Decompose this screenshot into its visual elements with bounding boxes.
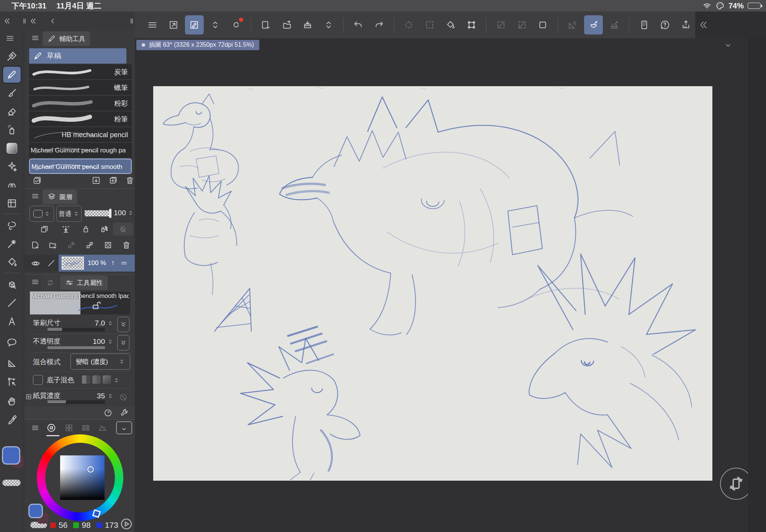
snap-grid-button[interactable] — [605, 15, 624, 34]
trash-icon[interactable] — [125, 175, 135, 185]
redo-button[interactable] — [370, 15, 388, 34]
tool-auto-select[interactable] — [3, 236, 21, 252]
tool-airbrush[interactable] — [3, 122, 21, 138]
reference-layer-icon[interactable] — [61, 224, 71, 234]
tool-ruler[interactable] — [3, 355, 21, 371]
undo-button[interactable] — [349, 15, 368, 34]
tool-liquify[interactable] — [3, 195, 21, 211]
tool-brush[interactable] — [3, 85, 21, 101]
tool-balloon[interactable] — [3, 335, 21, 351]
collapse-right-icon[interactable] — [698, 20, 708, 30]
tool-strip-menu-icon[interactable] — [5, 34, 15, 43]
chevron-updown-icon[interactable] — [113, 375, 119, 385]
transparent-color-swatch[interactable] — [2, 480, 21, 486]
rotate-canvas-button[interactable] — [720, 468, 752, 500]
document-tab[interactable]: 插圖 63* (3326 x 2350px 72dpi 51.5%) — [136, 40, 259, 50]
tool-property-menu-icon[interactable] — [31, 278, 39, 286]
merge-down-icon[interactable] — [85, 240, 95, 250]
brush-item-charcoal[interactable]: 炭筆 — [29, 64, 132, 80]
collapse-single-icon[interactable] — [49, 17, 57, 25]
expand-plus-icon[interactable] — [25, 393, 32, 400]
brush-item-chalk[interactable]: 粉筆 — [29, 111, 132, 127]
stroke-speed-icon[interactable] — [103, 408, 113, 418]
blend-mode-select[interactable]: 普通 — [56, 206, 82, 222]
stepper-icon[interactable] — [107, 337, 113, 347]
selection-border-button[interactable] — [534, 15, 552, 34]
color-history-icon[interactable] — [119, 517, 133, 531]
color-wheel-tab-icon[interactable] — [46, 423, 56, 433]
tool-gradient[interactable] — [3, 140, 21, 156]
keypad-button[interactable] — [635, 15, 653, 34]
color-set-tab-icon[interactable] — [64, 423, 74, 433]
panel-grip-icon[interactable] — [128, 17, 136, 25]
brush-item-hb-pencil[interactable]: HB mechanical pencil — [29, 127, 132, 142]
brush-size-dynamics-button[interactable] — [117, 317, 129, 332]
drawing-canvas[interactable] — [153, 86, 712, 481]
brush-item-crayon[interactable]: 蠟筆 — [29, 80, 132, 95]
intermediate-color-tab-icon[interactable] — [81, 423, 91, 433]
snap-special-ruler-button[interactable] — [584, 15, 603, 34]
tool-eyedropper[interactable] — [3, 412, 21, 428]
transform-button[interactable] — [462, 15, 481, 34]
color-menu-icon[interactable] — [31, 424, 39, 432]
tool-eraser[interactable] — [3, 103, 21, 119]
canvas-collapse-icon[interactable] — [723, 41, 733, 50]
layer-item-selected[interactable]: 100 % — [59, 255, 135, 272]
layer-handle-icon[interactable] — [120, 259, 128, 267]
save-button[interactable] — [298, 15, 317, 34]
tool-pen[interactable] — [3, 48, 21, 64]
stepper-icon[interactable] — [107, 318, 113, 328]
stepper-icon[interactable] — [107, 391, 113, 401]
chevron-updown-icon[interactable] — [128, 208, 134, 218]
lock-alpha-icon[interactable] — [99, 224, 109, 234]
layer-mask-icon[interactable] — [103, 240, 113, 250]
export-button[interactable] — [676, 15, 695, 34]
tool-correct-line[interactable] — [3, 374, 21, 390]
edit-mode-button[interactable] — [185, 15, 204, 34]
tool-figure[interactable] — [3, 295, 21, 311]
subtool-menu-icon[interactable] — [31, 34, 39, 42]
fullscreen-button[interactable] — [164, 15, 183, 34]
sync-tab[interactable] — [42, 275, 59, 290]
subtool-tab[interactable]: 輔助工具 — [43, 31, 90, 46]
primary-color-swatch[interactable] — [29, 505, 42, 517]
tool-pencil[interactable] — [3, 67, 21, 83]
layer-visibility-icon[interactable] — [30, 258, 41, 269]
layer-tab[interactable]: 圖層 — [43, 190, 77, 204]
opacity-slider[interactable] — [47, 346, 105, 350]
collapse-color-panel-button[interactable] — [116, 421, 132, 434]
layer-type-select[interactable] — [29, 206, 54, 222]
help-button[interactable] — [656, 15, 674, 34]
clipping-mask-icon[interactable] — [39, 224, 49, 234]
tool-lasso[interactable] — [3, 218, 21, 234]
fill-button[interactable] — [441, 15, 460, 34]
lock-layer-icon[interactable] — [81, 224, 91, 234]
delete-layer-icon[interactable] — [121, 240, 131, 250]
multi-select-icon[interactable] — [32, 175, 42, 185]
approximate-color-tab-icon[interactable] — [98, 423, 108, 433]
tool-decoration[interactable] — [3, 159, 21, 175]
collapse-panel-icon[interactable] — [29, 17, 37, 25]
paper-density-slider[interactable] — [47, 400, 105, 404]
collapse-all-icon[interactable] — [3, 17, 11, 25]
brush-item-mg-smooth[interactable]: Michael Guimont pencil smooth — [29, 159, 132, 174]
tool-hand[interactable] — [3, 393, 21, 409]
main-menu-button[interactable] — [143, 15, 162, 34]
brush-group-draft[interactable]: 草稿 — [29, 48, 126, 64]
new-layer-icon[interactable] — [30, 240, 40, 250]
sv-selector[interactable] — [87, 466, 94, 473]
layer-menu-icon[interactable] — [31, 192, 39, 200]
blend-mode-dropdown[interactable]: 變暗 (濃度) — [70, 354, 130, 370]
brush-size-slider[interactable] — [47, 328, 105, 331]
base-mix-checkbox[interactable] — [33, 375, 43, 385]
panel-grip-icon[interactable] — [21, 17, 28, 25]
new-document-button[interactable] — [257, 15, 275, 34]
tool-object[interactable] — [3, 277, 21, 293]
primary-color-swatch[interactable] — [3, 447, 19, 463]
brush-item-mg-rough[interactable]: Michael Guimont pencil rough pa — [29, 143, 132, 158]
new-folder-icon[interactable] — [48, 240, 58, 250]
toolbar-collapse-button[interactable] — [206, 15, 225, 34]
opacity-dynamics-button[interactable] — [117, 335, 129, 350]
clip-studio-button[interactable] — [227, 15, 246, 34]
open-file-button[interactable] — [277, 15, 296, 34]
